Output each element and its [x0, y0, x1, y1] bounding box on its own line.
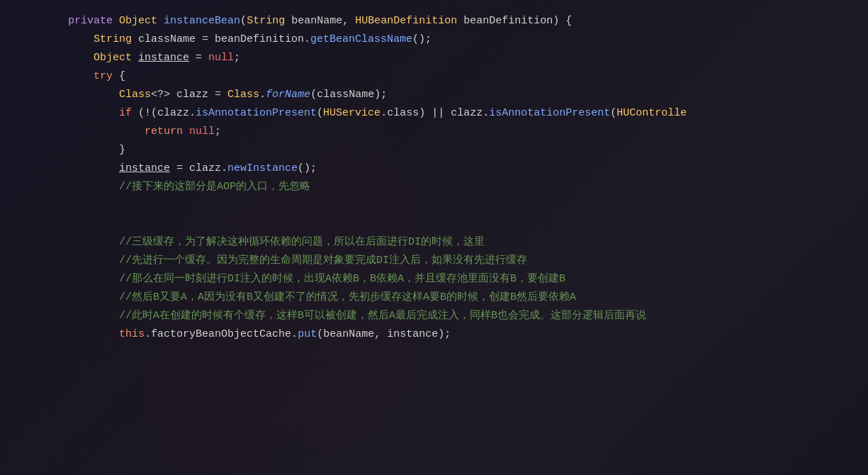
code-token: forName — [266, 89, 310, 101]
code-token: private — [68, 15, 113, 27]
code-token: (className); — [310, 89, 387, 101]
line-content: //然后B又要A，A因为没有B又创建不了的情况，先初步缓存这样A要B的时候，创建… — [43, 289, 854, 306]
code-token: . — [259, 89, 266, 101]
code-line: //此时A在创建的时候有个缓存，这样B可以被创建，然后A最后完成注入，同样B也会… — [43, 308, 854, 326]
code-token: instance — [119, 162, 170, 174]
code-line: //那么在同一时刻进行DI注入的时候，出现A依赖B，B依赖A，并且缓存池里面没有… — [43, 271, 854, 289]
code-line: //接下来的这部分是AOP的入口，先忽略 — [43, 179, 854, 197]
code-token — [43, 273, 119, 285]
code-token: (!(clazz. — [132, 107, 196, 119]
line-content: //先进行一个缓存。因为完整的生命周期是对象要完成DI注入后，如果没有先进行缓存 — [43, 252, 854, 269]
code-token — [43, 70, 94, 82]
code-token: if — [119, 107, 132, 119]
code-token: //接下来的这部分是AOP的入口，先忽略 — [119, 181, 310, 193]
code-token: ; — [234, 52, 240, 64]
code-token — [43, 125, 145, 138]
code-line: //然后B又要A，A因为没有B又创建不了的情况，先初步缓存这样A要B的时候，创建… — [43, 289, 854, 308]
line-content: //接下来的这部分是AOP的入口，先忽略 — [43, 179, 854, 196]
code-token: (); — [412, 33, 432, 45]
code-token: //三级缓存，为了解决这种循环依赖的问题，所以在后面进行DI的时候，这里 — [119, 236, 485, 248]
code-token: beanName, — [285, 15, 355, 27]
code-token: put — [298, 328, 317, 340]
code-line — [43, 216, 854, 234]
code-token — [43, 236, 119, 248]
line-content: Object instance = null; — [43, 50, 854, 67]
line-content: return null; — [43, 123, 854, 140]
code-token — [43, 33, 94, 45]
code-token: } — [43, 144, 125, 156]
code-token: ( — [240, 15, 247, 27]
code-token: isAnnotationPresent — [196, 107, 317, 119]
code-token: instance — [138, 52, 189, 64]
code-token: HUBeanDefinition — [355, 15, 457, 27]
code-token: //然后B又要A，A因为没有B又创建不了的情况，先初步缓存这样A要B的时候，创建… — [119, 291, 576, 303]
code-token: Object — [94, 52, 132, 64]
code-token: beanDefinition) { — [457, 15, 572, 27]
code-line: } — [43, 142, 854, 160]
code-token — [43, 310, 119, 322]
code-token: .class) || clazz. — [381, 107, 489, 119]
line-content: //三级缓存，为了解决这种循环依赖的问题，所以在后面进行DI的时候，这里 — [43, 234, 854, 251]
code-token: instance — [387, 328, 438, 340]
code-token — [43, 291, 119, 303]
line-content: //此时A在创建的时候有个缓存，这样B可以被创建，然后A最后完成注入，同样B也会… — [43, 308, 854, 325]
code-content: private Object instanceBean(String beanN… — [0, 7, 868, 350]
code-token — [113, 15, 119, 27]
code-token: newInstance — [227, 162, 298, 174]
code-token: Class — [119, 89, 151, 101]
code-line: this.factoryBeanObjectCache.put(beanName… — [43, 326, 854, 345]
line-content: try { — [43, 68, 854, 85]
code-line: try { — [43, 68, 854, 86]
code-line: private Object instanceBean(String beanN… — [43, 13, 854, 31]
code-token: { — [113, 70, 125, 82]
code-token: HUControlle — [616, 107, 687, 119]
line-content: instance = clazz.newInstance(); — [43, 160, 854, 177]
code-line: instance = clazz.newInstance(); — [43, 160, 854, 179]
code-token: Class — [227, 89, 259, 101]
code-token: isAnnotationPresent — [489, 107, 610, 119]
code-line — [43, 197, 854, 216]
code-token: ( — [610, 107, 616, 119]
code-token — [43, 328, 119, 340]
code-token: //此时A在创建的时候有个缓存，这样B可以被创建，然后A最后完成注入，同样B也会… — [119, 310, 646, 322]
code-token — [43, 52, 94, 64]
line-content: private Object instanceBean(String beanN… — [43, 13, 854, 30]
line-content: Class<?> clazz = Class.forName(className… — [43, 86, 854, 104]
code-token — [43, 181, 119, 193]
code-token: String — [247, 15, 285, 27]
code-token — [43, 89, 119, 101]
code-token: try — [94, 70, 113, 82]
line-content: this.factoryBeanObjectCache.put(beanName… — [43, 326, 854, 343]
code-line: //三级缓存，为了解决这种循环依赖的问题，所以在后面进行DI的时候，这里 — [43, 234, 854, 252]
code-token: ); — [438, 328, 451, 340]
code-token: . — [291, 328, 298, 340]
code-token: (beanName, — [317, 328, 387, 340]
code-token: = clazz. — [170, 162, 227, 174]
code-token: className = beanDefinition. — [132, 33, 310, 45]
code-editor: private Object instanceBean(String beanN… — [0, 0, 868, 475]
code-line: //先进行一个缓存。因为完整的生命周期是对象要完成DI注入后，如果没有先进行缓存 — [43, 252, 854, 271]
code-token — [43, 107, 119, 119]
code-token: instanceBean — [164, 15, 240, 27]
code-token — [43, 162, 119, 174]
code-token: String — [94, 33, 132, 45]
code-line: return null; — [43, 123, 854, 142]
code-line: String className = beanDefinition.getBea… — [43, 31, 854, 50]
code-token: factoryBeanObjectCache — [151, 328, 291, 340]
code-line: if (!(clazz.isAnnotationPresent(HUServic… — [43, 105, 854, 123]
code-token: //先进行一个缓存。因为完整的生命周期是对象要完成DI注入后，如果没有先进行缓存 — [119, 255, 527, 267]
code-token — [157, 15, 164, 27]
code-token: = — [189, 52, 208, 64]
code-token: return — [145, 125, 183, 138]
line-content: //那么在同一时刻进行DI注入的时候，出现A依赖B，B依赖A，并且缓存池里面没有… — [43, 271, 854, 288]
code-token — [43, 255, 119, 267]
code-token: //那么在同一时刻进行DI注入的时候，出现A依赖B，B依赖A，并且缓存池里面没有… — [119, 273, 565, 285]
code-token: . — [145, 328, 151, 340]
line-content: } — [43, 142, 854, 159]
line-content: String className = beanDefinition.getBea… — [43, 31, 854, 48]
code-token: this — [119, 328, 145, 340]
code-token: null — [208, 52, 234, 64]
code-token: ( — [317, 107, 323, 119]
code-token: (); — [298, 162, 317, 174]
code-token: <?> clazz = — [151, 89, 227, 101]
